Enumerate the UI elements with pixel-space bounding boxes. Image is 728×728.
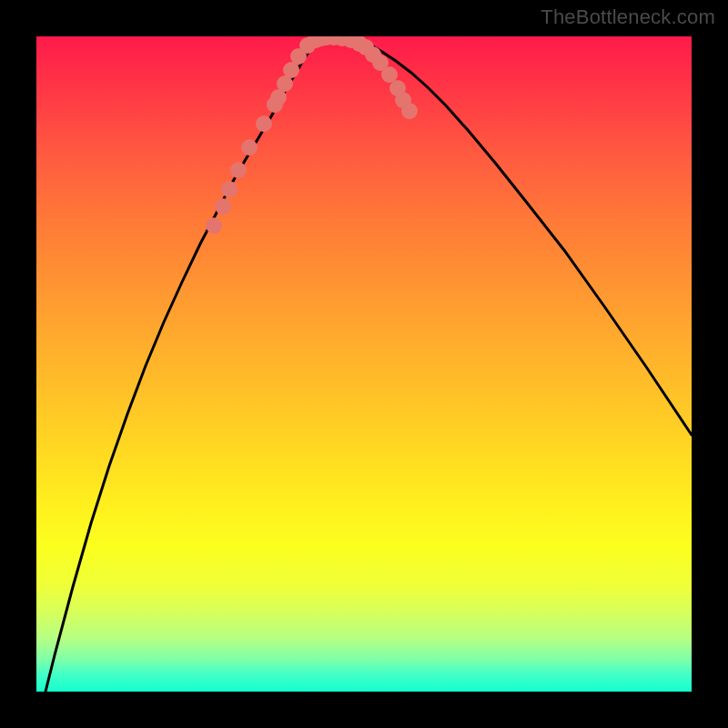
curve-marker (381, 66, 398, 83)
curve-markers (206, 36, 418, 234)
curve-marker (215, 198, 231, 215)
curve-marker (241, 139, 258, 156)
curve-marker (401, 103, 418, 119)
curve-marker (256, 116, 272, 132)
curve-marker (206, 217, 222, 234)
chart-svg (36, 36, 692, 692)
plot-area (36, 36, 692, 692)
bottleneck-curve (36, 36, 692, 692)
curve-marker (221, 181, 238, 197)
curve-marker (230, 162, 247, 178)
chart-frame: TheBottleneck.com (0, 0, 728, 728)
watermark-text: TheBottleneck.com (541, 5, 715, 29)
